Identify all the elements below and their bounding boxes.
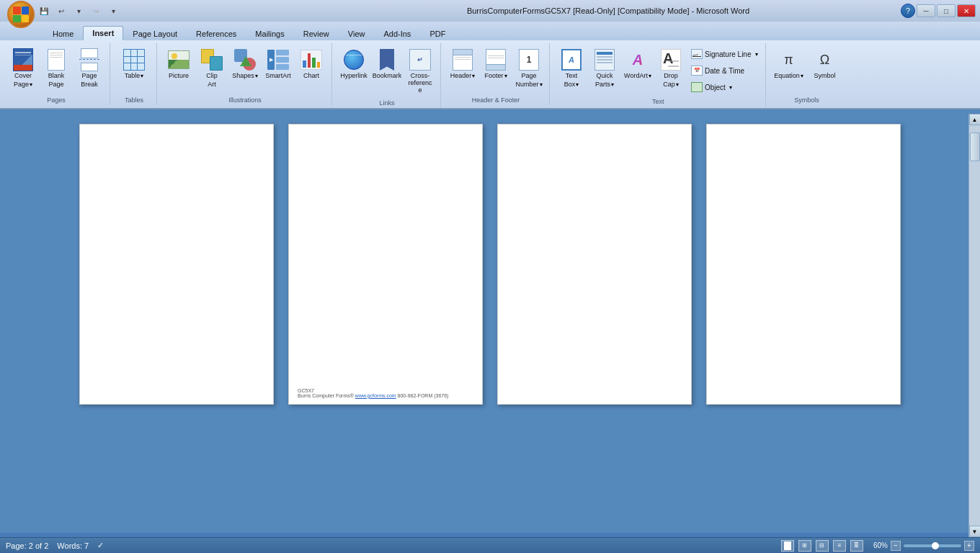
bookmark-label: Bookmark (373, 73, 402, 80)
table-button[interactable]: Table ▾ (116, 45, 152, 94)
scroll-track[interactable] (969, 125, 980, 526)
illustrations-group-label: Illustrations (228, 96, 262, 104)
date-time-label: Date & Time (705, 67, 744, 75)
save-button[interactable]: 💾 (36, 4, 52, 18)
signature-line-label: Signature Line (705, 50, 752, 58)
picture-button[interactable]: Picture (163, 45, 195, 94)
scroll-down-button[interactable]: ▼ (969, 526, 981, 537)
equation-label: Equation (774, 73, 800, 80)
customize-quick-access[interactable]: ▾ (105, 4, 121, 18)
text-box-icon: A (560, 48, 583, 71)
page-3 (497, 124, 692, 405)
word-art-label: WordArt (624, 73, 648, 80)
redo-button[interactable]: ↪ (88, 4, 104, 18)
tab-pdf[interactable]: PDF (420, 27, 455, 40)
equation-button[interactable]: π Equation ▾ (772, 45, 806, 94)
quick-parts-button[interactable]: Quick Parts ▾ (589, 45, 620, 94)
drop-cap-icon: A ══════ (659, 48, 682, 71)
signature-line-button[interactable]: Signature Line ▾ (688, 46, 761, 62)
bookmark-button[interactable]: Bookmark (371, 45, 403, 94)
word-art-button[interactable]: A WordArt ▾ (622, 45, 654, 94)
office-button[interactable] (7, 1, 35, 28)
header-footer-group-label: Header & Footer (472, 96, 520, 104)
chart-button[interactable]: Chart (295, 45, 327, 94)
ribbon-group-header-footer: Header ▾ Footer ▾ (442, 43, 550, 105)
shapes-button[interactable]: Shapes ▾ (229, 45, 261, 94)
page-break-icon (78, 48, 101, 71)
scroll-thumb[interactable] (970, 132, 980, 161)
scroll-up-button[interactable]: ▲ (969, 114, 981, 125)
text-box-dropdown-icon: ▾ (576, 81, 579, 88)
blank-page-label2: Page (48, 81, 63, 89)
cross-reference-button[interactable]: ↵ Cross-reference (404, 45, 436, 96)
hyperlink-label: Hyperlink (340, 73, 368, 80)
tab-addins[interactable]: Add-Ins (374, 27, 420, 40)
vertical-scrollbar: ▲ ▼ (968, 114, 980, 537)
text-group-label: Text (652, 98, 664, 105)
hyperlink-button[interactable]: Hyperlink (338, 45, 370, 94)
cover-page-label2: Page (14, 81, 29, 89)
object-icon (691, 81, 703, 93)
ribbon-group-text: A Text Box ▾ Quick (551, 43, 766, 107)
picture-label: Picture (169, 73, 189, 80)
tab-insert[interactable]: Insert (83, 26, 123, 40)
tab-page-layout[interactable]: Page Layout (123, 27, 187, 40)
drop-cap-button[interactable]: A ══════ Drop Cap ▾ (655, 45, 687, 94)
tables-group-label: Tables (125, 96, 143, 104)
outline-view[interactable]: ≡ (833, 540, 846, 552)
footer-icon (484, 48, 507, 71)
status-bar-left: Page: 2 of 2 Words: 7 ✓ (6, 541, 104, 550)
signature-line-dropdown-icon: ▾ (755, 51, 758, 58)
zoom-percent-label: 60% (873, 541, 888, 549)
full-screen-view[interactable]: ⊞ (798, 540, 811, 552)
cover-page-button[interactable]: Cover Page ▾ (7, 45, 39, 94)
ribbon-group-links: Hyperlink Bookmark ↵ Cross-reference Lin… (334, 43, 441, 108)
maximize-button[interactable]: □ (937, 4, 956, 17)
quick-parts-label2: Parts (595, 81, 610, 89)
tab-review[interactable]: Review (294, 27, 339, 40)
tab-mailings[interactable]: Mailings (246, 27, 293, 40)
tab-references[interactable]: References (187, 27, 246, 40)
drop-cap-dropdown-icon: ▾ (676, 81, 679, 88)
undo-dropdown[interactable]: ▾ (71, 4, 86, 18)
word-art-icon: A (626, 48, 649, 71)
draft-view[interactable]: ≣ (850, 540, 863, 552)
page-number-label: Page (521, 73, 536, 80)
zoom-controls: 60% − + (873, 541, 974, 551)
quick-parts-icon (593, 48, 616, 71)
quick-parts-dropdown-icon: ▾ (611, 81, 614, 88)
object-button[interactable]: Object ▾ (688, 79, 761, 95)
close-button[interactable]: ✕ (957, 4, 976, 17)
page-break-button[interactable]: Page Break (74, 45, 105, 94)
help-button[interactable]: ? (901, 4, 915, 18)
zoom-out-button[interactable]: − (891, 541, 901, 551)
spell-check-icon[interactable]: ✓ (97, 541, 104, 550)
header-button[interactable]: Header ▾ (447, 45, 478, 94)
cross-reference-icon: ↵ (409, 48, 432, 71)
minimize-button[interactable]: ─ (917, 4, 935, 17)
equation-dropdown-icon: ▾ (801, 73, 803, 79)
print-layout-view[interactable] (781, 540, 794, 552)
undo-button[interactable]: ↩ (53, 4, 69, 18)
quick-access-toolbar: 💾 ↩ ▾ ↪ ▾ (32, 0, 318, 22)
zoom-in-button[interactable]: + (964, 541, 974, 551)
chart-label: Chart (303, 73, 319, 80)
web-layout-view[interactable]: ⊟ (816, 540, 829, 552)
zoom-thumb[interactable] (932, 542, 939, 549)
text-box-button[interactable]: A Text Box ▾ (556, 45, 587, 94)
smart-art-button[interactable]: ▶ SmartArt (262, 45, 294, 94)
zoom-slider[interactable] (904, 544, 961, 547)
tab-view[interactable]: View (339, 27, 375, 40)
footer-button[interactable]: Footer ▾ (480, 45, 512, 94)
symbols-group-label: Symbols (794, 96, 819, 104)
clip-art-button[interactable]: Clip Art (196, 45, 228, 94)
page-2-footer-line2: Burris Computer Forms® www.gcforms.com 8… (298, 393, 448, 398)
footer-dropdown-icon: ▾ (504, 73, 507, 79)
date-time-button[interactable]: 📅 Date & Time (688, 63, 761, 78)
header-dropdown-icon: ▾ (472, 73, 475, 79)
symbol-button[interactable]: Ω Symbol (808, 45, 842, 94)
tab-home[interactable]: Home (43, 27, 83, 40)
drop-cap-label2: Cap (663, 81, 675, 89)
blank-page-button[interactable]: Blank Page (40, 45, 72, 94)
page-number-button[interactable]: 1 Page Number ▾ (513, 45, 545, 94)
